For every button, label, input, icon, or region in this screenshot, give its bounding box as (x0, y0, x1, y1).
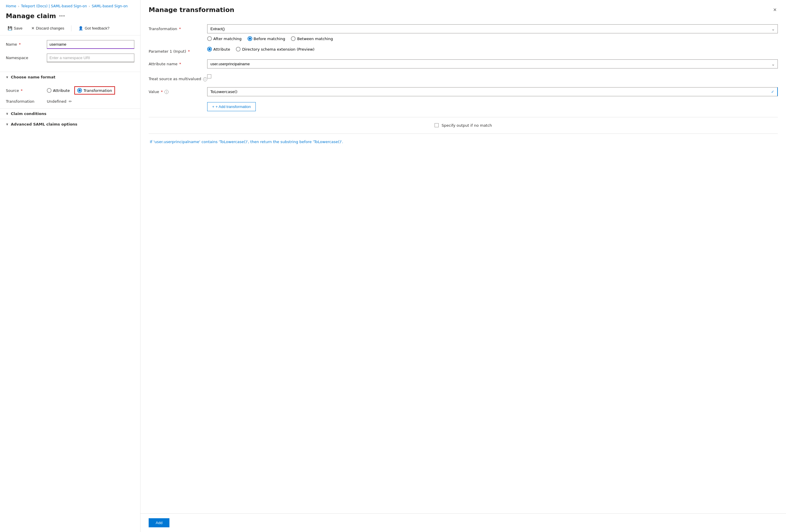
breadcrumb-saml[interactable]: SAML-based Sign-on (92, 4, 128, 8)
source-attribute-radio[interactable] (47, 88, 51, 93)
add-button[interactable]: Add (149, 518, 169, 527)
attr-name-label: Attribute name * (149, 60, 207, 66)
before-matching-radio[interactable] (248, 36, 252, 41)
save-button[interactable]: 💾 Save (6, 25, 24, 31)
toolbar-divider (71, 25, 71, 31)
right-header: Manage transformation × (140, 0, 786, 19)
attr-name-field-control: user.userprincipalname user.mail user.di… (207, 60, 778, 68)
transformation-value: Undefined ✏ (47, 99, 72, 103)
attr-name-field-row: Attribute name * user.userprincipalname … (149, 60, 778, 68)
value-required: * (161, 90, 163, 94)
specify-output-row: Specify output if no match (149, 123, 778, 128)
param1-radio-group: Attribute Directory schema extension (Pr… (207, 47, 778, 51)
accordion-chevron-2: ∨ (6, 112, 8, 116)
transformation-select[interactable]: Extract() ToLowercase() ToUppercase() Re… (207, 24, 778, 33)
param1-attribute-option[interactable]: Attribute (207, 47, 230, 51)
source-required: * (21, 88, 23, 93)
treat-source-field-control (207, 74, 778, 78)
accordion-chevron-3: ∨ (6, 122, 8, 126)
treat-source-checkbox[interactable] (207, 74, 211, 78)
source-transformation-radio[interactable] (77, 88, 82, 93)
transformation-select-wrapper: Extract() ToLowercase() ToUppercase() Re… (207, 24, 778, 33)
attr-name-required: * (179, 62, 181, 66)
treat-source-info-icon[interactable]: i (203, 77, 207, 82)
transformation-required: * (179, 27, 181, 31)
param1-directory-radio[interactable] (236, 47, 240, 51)
transformation-field-control: Extract() ToLowercase() ToUppercase() Re… (207, 24, 778, 41)
claim-conditions-accordion[interactable]: ∨ Claim conditions (0, 108, 140, 119)
treat-source-label: Treat source as multivalued i (149, 74, 207, 82)
value-field-control: ToLowercase() ✓ (207, 87, 778, 96)
transformation-field-label: Transformation * (149, 24, 207, 31)
before-matching-option[interactable]: Before matching (248, 36, 285, 41)
discard-button[interactable]: ✕ Discard changes (29, 25, 66, 31)
name-row: Name * (6, 40, 134, 49)
source-transformation-option[interactable]: Transformation (74, 86, 115, 94)
param1-attribute-radio[interactable] (207, 47, 212, 51)
advanced-options-accordion[interactable]: ∨ Advanced SAML claims options (0, 119, 140, 129)
name-label: Name * (6, 40, 47, 47)
value-info-icon[interactable]: i (164, 90, 168, 94)
between-matching-radio[interactable] (291, 36, 296, 41)
right-footer: Add (140, 513, 786, 532)
treat-source-field-row: Treat source as multivalued i (149, 74, 778, 82)
attr-name-select-wrapper: user.userprincipalname user.mail user.di… (207, 60, 778, 68)
param1-label: Parameter 1 (Input) * (149, 47, 207, 53)
after-matching-option[interactable]: After matching (207, 36, 242, 41)
choose-name-format-accordion[interactable]: ∨ Choose name format (0, 72, 140, 82)
source-row: Source * Attribute Transformation (0, 86, 140, 94)
more-options-icon[interactable]: ··· (59, 13, 65, 19)
transformation-field-row: Transformation * Extract() ToLowercase()… (149, 24, 778, 41)
param1-required: * (188, 49, 190, 53)
treat-source-checkbox-row (207, 74, 778, 78)
value-select-display[interactable]: ToLowercase() ✓ (207, 87, 778, 96)
namespace-row: Namespace (6, 53, 134, 62)
left-panel: Home › Teleport (Docs) | SAML-based Sign… (0, 0, 140, 532)
breadcrumb-sep-2: › (89, 4, 90, 8)
right-content: Transformation * Extract() ToLowercase()… (140, 19, 786, 513)
discard-icon: ✕ (31, 26, 34, 30)
value-check-icon: ✓ (771, 90, 774, 94)
plus-icon: + (212, 105, 214, 109)
add-transformation-button[interactable]: + + Add transformation (207, 102, 256, 111)
feedback-button[interactable]: 👤 Got feedback? (77, 25, 111, 31)
right-panel: Manage transformation × Transformation *… (140, 0, 786, 532)
info-text: If 'user.userprincipalname' contains 'To… (149, 140, 778, 144)
form-section: Name * Namespace (0, 36, 140, 72)
param1-field-row: Parameter 1 (Input) * Attribute Director… (149, 47, 778, 53)
attr-name-select[interactable]: user.userprincipalname user.mail user.di… (207, 60, 778, 68)
name-input[interactable] (47, 40, 134, 49)
namespace-input-wrapper (47, 53, 134, 62)
specify-output-checkbox[interactable] (435, 123, 439, 127)
page-title: Manage claim ··· (0, 11, 140, 23)
source-label: Source * (6, 88, 47, 93)
param1-field-control: Attribute Directory schema extension (Pr… (207, 47, 778, 51)
breadcrumb-teleport[interactable]: Teleport (Docs) | SAML-based Sign-on (21, 4, 87, 8)
between-matching-option[interactable]: Between matching (291, 36, 333, 41)
value-label: Value * i (149, 87, 207, 94)
toolbar: 💾 Save ✕ Discard changes 👤 Got feedback? (0, 23, 140, 36)
transformation-label: Transformation (6, 99, 47, 103)
source-radio-group: Attribute Transformation (47, 86, 115, 94)
name-input-wrapper (47, 40, 134, 49)
breadcrumb-sep-1: › (18, 4, 19, 8)
divider (149, 117, 778, 117)
breadcrumb: Home › Teleport (Docs) | SAML-based Sign… (0, 0, 140, 11)
namespace-label: Namespace (6, 53, 47, 60)
breadcrumb-home[interactable]: Home (6, 4, 16, 8)
add-transformation-wrapper: + + Add transformation (207, 102, 778, 111)
edit-transformation-icon[interactable]: ✏ (69, 99, 72, 103)
source-attribute-option[interactable]: Attribute (47, 88, 70, 93)
value-field-row: Value * i ToLowercase() ✓ (149, 87, 778, 96)
right-title: Manage transformation (149, 6, 234, 14)
matching-radio-group: After matching Before matching Between m… (207, 36, 778, 41)
close-button[interactable]: × (772, 5, 778, 14)
after-matching-radio[interactable] (207, 36, 212, 41)
transformation-row: Transformation Undefined ✏ (0, 99, 140, 103)
feedback-icon: 👤 (78, 26, 83, 30)
param1-directory-option[interactable]: Directory schema extension (Preview) (236, 47, 314, 51)
namespace-input[interactable] (47, 53, 134, 62)
accordion-chevron-1: ∨ (6, 75, 8, 79)
save-icon: 💾 (7, 26, 12, 30)
name-required: * (19, 42, 21, 47)
